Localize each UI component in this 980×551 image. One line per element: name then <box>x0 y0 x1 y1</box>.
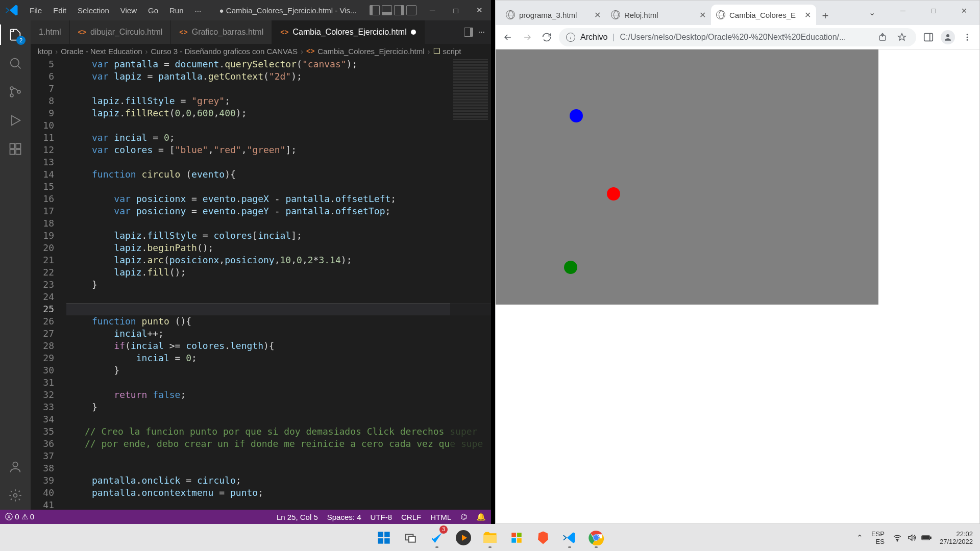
maximize-icon[interactable]: □ <box>444 0 468 20</box>
settings-gear-icon[interactable] <box>7 487 23 504</box>
tab-dropdown-icon[interactable]: ⌄ <box>869 8 875 17</box>
svg-point-12 <box>946 34 949 37</box>
split-editor-icon[interactable] <box>464 28 473 37</box>
layout-panel-left-icon[interactable] <box>370 5 380 15</box>
taskbar-app-explorer[interactable] <box>479 527 501 548</box>
forward-icon[interactable] <box>520 30 534 44</box>
tab-cambia-colores[interactable]: <>Cambia_Colores_Ejercicio.html <box>272 20 425 44</box>
taskbar-app-chrome[interactable] <box>585 527 607 548</box>
green-circle <box>564 261 577 274</box>
status-cursor[interactable]: Ln 25, Col 5 <box>277 513 318 521</box>
tray-chevron-icon[interactable]: ⌃ <box>856 533 863 542</box>
code-editor[interactable]: 5678910111213141516171819202122232425262… <box>31 58 491 510</box>
status-feedback-icon[interactable]: ⌬ <box>460 512 467 521</box>
extensions-icon[interactable] <box>7 141 23 157</box>
status-encoding[interactable]: UTF-8 <box>370 513 392 521</box>
menu-dots-icon[interactable] <box>960 30 974 44</box>
html-file-icon: <> <box>179 28 187 36</box>
source-control-icon[interactable] <box>7 84 23 100</box>
modified-dot-icon <box>411 30 416 35</box>
taskbar-app-media[interactable] <box>453 527 474 548</box>
tab-grafico-barras[interactable]: <>Grafico_barras.html <box>171 20 272 44</box>
chrome-tab-cambia-colores[interactable]: Cambia_Colores_E ✕ <box>711 5 816 25</box>
tab-dibujar-circulo[interactable]: <>dibujar_Circulo.html <box>70 20 172 44</box>
vscode-logo-icon <box>5 3 19 17</box>
app-badge: 3 <box>439 525 448 534</box>
layout-panel-bottom-icon[interactable] <box>382 5 392 15</box>
breadcrumb[interactable]: ktop› Oracle - Next Education› Curso 3 -… <box>31 44 491 58</box>
status-language[interactable]: HTML <box>430 513 451 521</box>
reload-icon[interactable] <box>540 30 554 44</box>
vscode-titlebar[interactable]: File Edit Selection View Go Run ··· ● Ca… <box>0 0 491 20</box>
svg-point-29 <box>594 535 599 540</box>
layout-panel-right-icon[interactable] <box>394 5 404 15</box>
search-icon[interactable] <box>7 55 23 71</box>
close-icon[interactable]: ✕ <box>949 1 979 21</box>
minimize-icon[interactable]: ─ <box>888 1 918 21</box>
layout-controls <box>370 5 416 15</box>
explorer-badge: 2 <box>16 36 26 45</box>
taskbar-app-codeium[interactable]: 3 <box>426 527 448 548</box>
explorer-icon[interactable]: 2 <box>7 27 23 43</box>
clock[interactable]: 22:0227/12/2022 <box>940 530 973 545</box>
chrome-window-controls: ─ □ ✕ <box>888 1 979 21</box>
chrome-tab-reloj[interactable]: Reloj.html ✕ <box>606 5 711 25</box>
account-icon[interactable] <box>7 459 23 475</box>
taskbar-app-vscode[interactable] <box>559 527 580 548</box>
canvas-element[interactable] <box>496 49 878 305</box>
menu-more[interactable]: ··· <box>190 4 207 17</box>
taskbar-app-store[interactable] <box>506 527 527 548</box>
menu-file[interactable]: File <box>24 4 47 17</box>
vscode-menu: File Edit Selection View Go Run ··· <box>24 4 206 17</box>
line-numbers: 5678910111213141516171819202122232425262… <box>31 58 66 510</box>
tab-1html[interactable]: 1.html <box>31 20 70 44</box>
status-bell-icon[interactable]: 🔔 <box>476 512 486 521</box>
wifi-icon[interactable] <box>893 533 902 542</box>
layout-customize-icon[interactable] <box>406 5 416 15</box>
svg-rect-7 <box>16 149 20 154</box>
code-content[interactable]: var pantalla = document.querySelector("c… <box>66 58 491 510</box>
volume-icon[interactable] <box>907 533 916 542</box>
language-indicator[interactable]: ESPES <box>871 530 885 545</box>
html-file-icon: <> <box>280 28 288 36</box>
chrome-tab-programa3[interactable]: programa_3.html ✕ <box>501 5 606 25</box>
back-icon[interactable] <box>501 30 515 44</box>
tab-close-icon[interactable]: ✕ <box>594 10 601 20</box>
menu-run[interactable]: Run <box>164 4 189 17</box>
info-icon[interactable]: i <box>566 33 575 42</box>
minimap[interactable] <box>450 58 491 510</box>
start-button[interactable] <box>373 527 395 548</box>
menu-edit[interactable]: Edit <box>48 4 71 17</box>
maximize-icon[interactable]: □ <box>918 1 949 21</box>
new-tab-button[interactable]: + <box>816 7 835 25</box>
status-errors[interactable]: ⓧ 0 ⚠ 0 <box>5 512 34 522</box>
status-spaces[interactable]: Spaces: 4 <box>327 513 361 521</box>
minimize-icon[interactable]: ─ <box>421 0 444 20</box>
menu-view[interactable]: View <box>115 4 142 17</box>
svg-point-13 <box>967 34 968 35</box>
tab-close-icon[interactable]: ✕ <box>804 10 811 20</box>
activity-bar: 2 <box>0 20 31 510</box>
tab-more-icon[interactable]: ··· <box>478 28 485 37</box>
svg-point-15 <box>967 39 968 40</box>
menu-selection[interactable]: Selection <box>72 4 114 17</box>
address-bar[interactable]: i Archivo | C:/Users/nelso/Desktop/Oracl… <box>559 28 916 46</box>
svg-point-9 <box>14 494 17 497</box>
profile-avatar[interactable] <box>941 30 955 44</box>
run-debug-icon[interactable] <box>7 112 23 129</box>
svg-point-2 <box>10 94 13 97</box>
status-eol[interactable]: CRLF <box>401 513 421 521</box>
tab-close-icon[interactable]: ✕ <box>699 10 706 20</box>
share-icon[interactable] <box>875 30 890 44</box>
taskbar-center: 3 <box>373 527 607 548</box>
bookmark-star-icon[interactable] <box>895 30 909 44</box>
globe-icon <box>716 10 725 19</box>
close-icon[interactable]: ✕ <box>468 0 491 20</box>
taskbar-app-brave[interactable] <box>532 527 554 548</box>
task-view-icon[interactable] <box>400 527 421 548</box>
menu-go[interactable]: Go <box>143 4 163 17</box>
svg-rect-6 <box>10 149 15 154</box>
battery-icon[interactable] <box>921 534 932 541</box>
blue-circle <box>570 109 583 122</box>
side-panel-icon[interactable] <box>921 30 936 44</box>
